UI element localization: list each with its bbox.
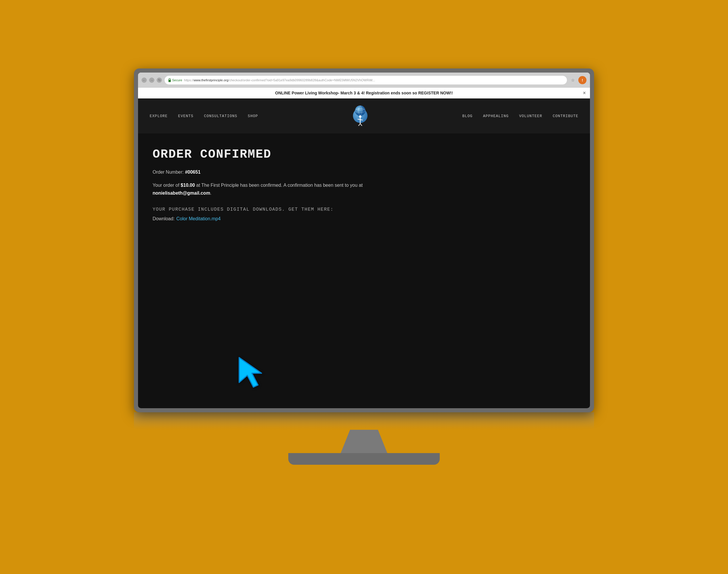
cursor-arrow-svg <box>237 356 266 388</box>
monitor-inner: ← → ↻ Secure https://www.thefirstprin <box>138 73 590 408</box>
notification-close-button[interactable]: × <box>583 90 586 95</box>
svg-point-4 <box>359 115 361 118</box>
nav-item-blog[interactable]: BLOG <box>462 114 472 118</box>
desktop-wrapper: ← → ↻ Secure https://www.thefirstprin <box>117 69 611 505</box>
website-content: EXPLORE EVENTS CONSULTATIONS SHOP <box>138 98 590 408</box>
monitor-base <box>288 453 440 465</box>
nav-item-contribute[interactable]: CONTRIBUTE <box>553 114 578 118</box>
svg-marker-10 <box>239 358 262 387</box>
download-link[interactable]: Color Meditation.mp4 <box>177 216 221 221</box>
download-link-line: Download: Color Meditation.mp4 <box>152 216 576 221</box>
svg-line-7 <box>359 124 360 126</box>
nav-item-shop[interactable]: SHOP <box>248 114 258 118</box>
main-content: ORDER CONFIRMED Order Number: #00651 You… <box>138 133 590 408</box>
refresh-button[interactable]: ↻ <box>157 78 162 83</box>
site-logo[interactable] <box>353 109 367 124</box>
secure-badge: Secure <box>168 78 182 82</box>
lock-icon <box>168 78 171 82</box>
notification-bar: ONLINE Power Living Workshop- March 3 & … <box>138 88 590 98</box>
logo-globe <box>353 109 367 123</box>
notification-text: ONLINE Power Living Workshop- March 3 & … <box>275 91 453 95</box>
svg-rect-0 <box>169 80 171 82</box>
nav-item-events[interactable]: EVENTS <box>178 114 194 118</box>
monitor-neck <box>341 430 387 453</box>
address-bar[interactable]: Secure https://www.thefirstprinciple.org… <box>164 76 567 85</box>
back-button[interactable]: ← <box>141 78 147 83</box>
monitor-reflection <box>134 412 594 430</box>
nav-item-volunteer[interactable]: VOLUNTEER <box>519 114 542 118</box>
nav-left: EXPLORE EVENTS CONSULTATIONS SHOP <box>150 114 258 118</box>
svg-line-8 <box>360 124 362 126</box>
svg-point-1 <box>355 106 365 116</box>
extension-button[interactable]: ! <box>578 76 587 84</box>
browser-toolbar: ← → ↻ Secure https://www.thefirstprin <box>138 73 590 88</box>
nav-item-consultations[interactable]: CONSULTATIONS <box>204 114 237 118</box>
nav-item-apphealing[interactable]: APPHEALING <box>483 114 509 118</box>
nav-right: BLOG APPHEALING VOLUNTEER CONTRIBUTE <box>462 114 578 118</box>
confirmation-text: Your order of $10.00 at The First Princi… <box>152 181 415 197</box>
nav-item-explore[interactable]: EXPLORE <box>150 114 168 118</box>
site-nav: EXPLORE EVENTS CONSULTATIONS SHOP <box>138 98 590 133</box>
forward-button[interactable]: → <box>149 78 154 83</box>
browser-chrome: ← → ↻ Secure https://www.thefirstprin <box>138 73 590 98</box>
bookmark-button[interactable]: ☆ <box>570 77 576 83</box>
page-title: ORDER CONFIRMED <box>152 148 576 161</box>
monitor: ← → ↻ Secure https://www.thefirstprin <box>134 69 594 412</box>
address-url: https://www.thefirstprinciple.org/checko… <box>184 78 375 82</box>
logo-figure-svg <box>353 106 367 126</box>
downloads-heading: YOUR PURCHASE INCLUDES DIGITAL DOWNLOADS… <box>152 207 576 212</box>
order-number-line: Order Number: #00651 <box>152 170 576 175</box>
